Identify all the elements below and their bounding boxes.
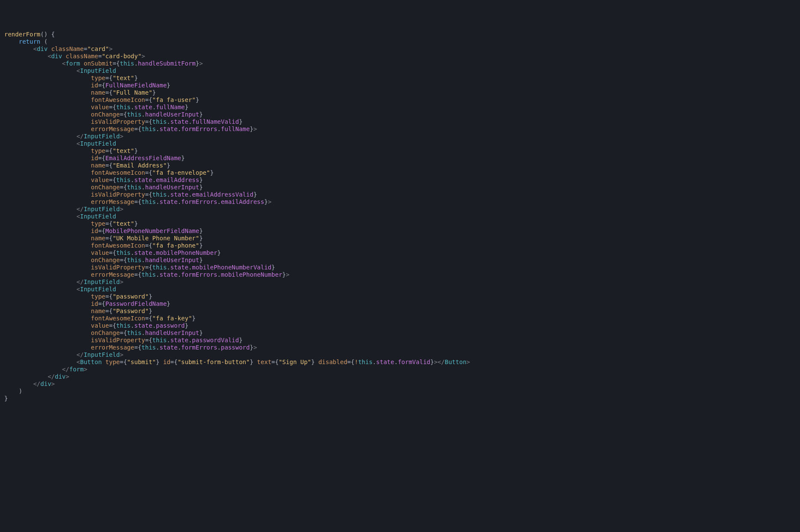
code-line: value={this.state.fullName} — [3, 104, 800, 111]
code-line: errorMessage={this.state.formErrors.pass… — [3, 344, 800, 351]
code-line: </InputField> — [3, 133, 800, 140]
code-line: fontAwesomeIcon={"fa fa-user"} — [3, 96, 800, 104]
code-line: <div className="card-body"> — [3, 53, 800, 60]
code-line: } — [3, 395, 800, 402]
code-line: id={FullNameFieldName} — [3, 82, 800, 89]
code-line: onChange={this.handleUserInput} — [3, 184, 800, 191]
code-line: onChange={this.handleUserInput} — [3, 111, 800, 118]
code-line: errorMessage={this.state.formErrors.emai… — [3, 198, 800, 206]
code-line: <InputField — [3, 286, 800, 293]
code-line: <InputField — [3, 140, 800, 147]
code-line: isValidProperty={this.state.emailAddress… — [3, 191, 800, 198]
code-line: value={this.state.emailAddress} — [3, 176, 800, 184]
code-line: <form onSubmit={this.handleSubmitForm}> — [3, 60, 800, 67]
code-line: <InputField — [3, 67, 800, 75]
code-line: onChange={this.handleUserInput} — [3, 329, 800, 337]
code-line: </InputField> — [3, 351, 800, 359]
code-editor[interactable]: renderForm() { return ( <div className="… — [0, 29, 800, 404]
keyword-return: return — [19, 38, 41, 45]
code-line: </InputField> — [3, 206, 800, 213]
code-line: name={"Email Address"} — [3, 162, 800, 169]
code-line: </form> — [3, 366, 800, 373]
code-line: name={"Password"} — [3, 308, 800, 315]
code-line: renderForm() { — [3, 31, 800, 38]
code-line: return ( — [3, 38, 800, 45]
code-line: </div> — [3, 380, 800, 388]
code-line: isValidProperty={this.state.fullNameVali… — [3, 118, 800, 126]
code-line: fontAwesomeIcon={"fa fa-envelope"} — [3, 169, 800, 176]
code-line: fontAwesomeIcon={"fa fa-key"} — [3, 315, 800, 322]
code-line: </InputField> — [3, 278, 800, 286]
code-line: type={"text"} — [3, 147, 800, 155]
code-line: value={this.state.password} — [3, 322, 800, 329]
code-line: value={this.state.mobilePhoneNumber} — [3, 249, 800, 257]
code-line: id={MobilePhoneNumberFieldName} — [3, 227, 800, 235]
code-line: errorMessage={this.state.formErrors.full… — [3, 126, 800, 133]
code-line: type={"text"} — [3, 75, 800, 82]
code-line: name={"UK Mobile Phone Number"} — [3, 235, 800, 242]
code-line: fontAwesomeIcon={"fa fa-phone"} — [3, 242, 800, 249]
code-line: <Button type={"submit"} id={"submit-form… — [3, 359, 800, 366]
code-line: <InputField — [3, 213, 800, 220]
code-line: ) — [3, 388, 800, 395]
code-line: id={PasswordFieldName} — [3, 300, 800, 308]
code-line: isValidProperty={this.state.passwordVali… — [3, 337, 800, 344]
code-line: id={EmailAddressFieldName} — [3, 155, 800, 162]
code-line: onChange={this.handleUserInput} — [3, 257, 800, 264]
code-line: type={"password"} — [3, 293, 800, 300]
code-line: </div> — [3, 373, 800, 380]
code-line: name={"Full Name"} — [3, 89, 800, 96]
code-line: isValidProperty={this.state.mobilePhoneN… — [3, 264, 800, 271]
code-line: type={"text"} — [3, 220, 800, 227]
code-line: errorMessage={this.state.formErrors.mobi… — [3, 271, 800, 278]
code-line: <div className="card"> — [3, 45, 800, 53]
function-name: renderForm — [4, 31, 40, 38]
